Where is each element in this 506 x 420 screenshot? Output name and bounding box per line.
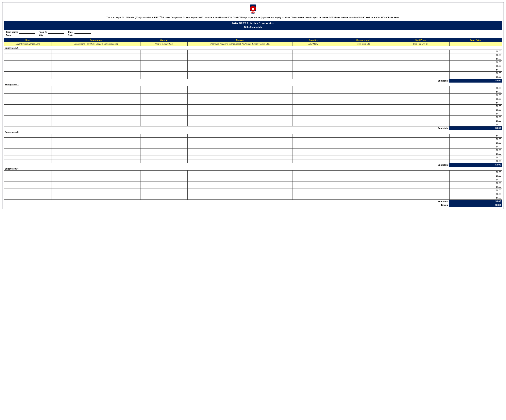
cell-s2-r9-c3[interactable] bbox=[187, 119, 292, 123]
cell-s2-r3-c6[interactable] bbox=[392, 97, 450, 101]
cell-s4-r6-c6[interactable] bbox=[392, 192, 450, 196]
cell-s2-r8-c3[interactable] bbox=[187, 115, 292, 119]
cell-s2-r4-c2[interactable] bbox=[140, 101, 187, 104]
cell-s1-r3-c1[interactable] bbox=[51, 60, 140, 64]
cell-s3-r7-c2[interactable] bbox=[140, 159, 187, 163]
cell-s3-r4-c2[interactable] bbox=[140, 148, 187, 152]
cell-s3-r0-c3[interactable] bbox=[187, 134, 292, 137]
cell-s4-r3-c0[interactable] bbox=[4, 181, 51, 185]
cell-s2-r3-c3[interactable] bbox=[187, 97, 292, 101]
cell-s4-r2-c4[interactable] bbox=[292, 178, 334, 181]
cell-s2-r6-c5[interactable] bbox=[334, 108, 392, 112]
cell-s3-r4-c3[interactable] bbox=[187, 148, 292, 152]
cell-s2-r7-c1[interactable] bbox=[51, 112, 140, 115]
cell-s2-r4-c5[interactable] bbox=[334, 101, 392, 104]
cell-s1-r7-c2[interactable] bbox=[140, 75, 187, 79]
cell-s2-r8-c4[interactable] bbox=[292, 115, 334, 119]
cell-s3-r1-c0[interactable] bbox=[4, 137, 51, 141]
cell-s1-r5-c0[interactable] bbox=[4, 68, 51, 72]
cell-s4-r5-c2[interactable] bbox=[140, 189, 187, 192]
cell-s1-r1-c0[interactable] bbox=[4, 53, 51, 57]
cell-s3-r0-c1[interactable] bbox=[51, 134, 140, 137]
cell-s1-r5-c4[interactable] bbox=[292, 68, 334, 72]
cell-s1-r4-c4[interactable] bbox=[292, 64, 334, 68]
cell-s4-r4-c4[interactable] bbox=[292, 185, 334, 189]
cell-s1-r7-c5[interactable] bbox=[334, 75, 392, 79]
cell-s3-r7-c6[interactable] bbox=[392, 159, 450, 163]
cell-s4-r0-c4[interactable] bbox=[292, 170, 334, 174]
cell-s3-r7-c0[interactable] bbox=[4, 159, 51, 163]
cell-s3-r1-c1[interactable] bbox=[51, 137, 140, 141]
cell-s3-r7-c1[interactable] bbox=[51, 159, 140, 163]
cell-s2-r10-c5[interactable] bbox=[334, 123, 392, 126]
cell-s4-r0-c2[interactable] bbox=[140, 170, 187, 174]
cell-s3-r1-c4[interactable] bbox=[292, 137, 334, 141]
cell-s2-r10-c4[interactable] bbox=[292, 123, 334, 126]
cell-s4-r4-c0[interactable] bbox=[4, 185, 51, 189]
cell-s4-r3-c4[interactable] bbox=[292, 181, 334, 185]
cell-s2-r0-c5[interactable] bbox=[334, 86, 392, 90]
cell-s1-r1-c6[interactable] bbox=[392, 53, 450, 57]
cell-s3-r3-c4[interactable] bbox=[292, 145, 334, 148]
cell-s3-r2-c6[interactable] bbox=[392, 141, 450, 145]
cell-s2-r2-c4[interactable] bbox=[292, 93, 334, 97]
cell-s2-r9-c5[interactable] bbox=[334, 119, 392, 123]
cell-s2-r6-c6[interactable] bbox=[392, 108, 450, 112]
cell-s4-r6-c1[interactable] bbox=[51, 192, 140, 196]
cell-s3-r0-c2[interactable] bbox=[140, 134, 187, 137]
cell-s3-r1-c3[interactable] bbox=[187, 137, 292, 141]
cell-s3-r4-c1[interactable] bbox=[51, 148, 140, 152]
cell-s4-r2-c6[interactable] bbox=[392, 178, 450, 181]
cell-s1-r6-c2[interactable] bbox=[140, 72, 187, 75]
cell-s4-r6-c2[interactable] bbox=[140, 192, 187, 196]
cell-s1-r4-c6[interactable] bbox=[392, 64, 450, 68]
cell-s1-r5-c2[interactable] bbox=[140, 68, 187, 72]
cell-s2-r10-c0[interactable] bbox=[4, 123, 51, 126]
cell-s4-r7-c6[interactable] bbox=[392, 196, 450, 199]
cell-s3-r6-c6[interactable] bbox=[392, 156, 450, 159]
cell-s4-r1-c1[interactable] bbox=[51, 174, 140, 178]
cell-s2-r0-c1[interactable] bbox=[51, 86, 140, 90]
cell-s1-r6-c6[interactable] bbox=[392, 72, 450, 75]
cell-s3-r3-c1[interactable] bbox=[51, 145, 140, 148]
event-input[interactable] bbox=[13, 34, 35, 37]
cell-s1-r5-c6[interactable] bbox=[392, 68, 450, 72]
cell-s1-r6-c5[interactable] bbox=[334, 72, 392, 75]
cell-s2-r4-c0[interactable] bbox=[4, 101, 51, 104]
cell-s4-r0-c6[interactable] bbox=[392, 170, 450, 174]
cell-s2-r8-c6[interactable] bbox=[392, 115, 450, 119]
cell-s2-r0-c2[interactable] bbox=[140, 86, 187, 90]
cell-s3-r1-c5[interactable] bbox=[334, 137, 392, 141]
cell-s2-r10-c3[interactable] bbox=[187, 123, 292, 126]
cell-s4-r5-c5[interactable] bbox=[334, 189, 392, 192]
cell-s3-r5-c6[interactable] bbox=[392, 152, 450, 156]
cell-s2-r10-c1[interactable] bbox=[51, 123, 140, 126]
cell-s3-r4-c0[interactable] bbox=[4, 148, 51, 152]
cell-s1-r3-c5[interactable] bbox=[334, 60, 392, 64]
cell-s3-r2-c0[interactable] bbox=[4, 141, 51, 145]
cell-s1-r0-c5[interactable] bbox=[334, 50, 392, 53]
cell-s4-r0-c0[interactable] bbox=[4, 170, 51, 174]
cell-s4-r4-c6[interactable] bbox=[392, 185, 450, 189]
cell-s2-r2-c5[interactable] bbox=[334, 93, 392, 97]
cell-s4-r5-c0[interactable] bbox=[4, 189, 51, 192]
cell-s3-r2-c2[interactable] bbox=[140, 141, 187, 145]
cell-s2-r10-c6[interactable] bbox=[392, 123, 450, 126]
cell-s4-r3-c2[interactable] bbox=[140, 181, 187, 185]
cell-s2-r5-c5[interactable] bbox=[334, 104, 392, 108]
cell-s3-r0-c4[interactable] bbox=[292, 134, 334, 137]
cell-s1-r7-c1[interactable] bbox=[51, 75, 140, 79]
cell-s4-r1-c5[interactable] bbox=[334, 174, 392, 178]
cell-s3-r2-c5[interactable] bbox=[334, 141, 392, 145]
cell-s4-r5-c1[interactable] bbox=[51, 189, 140, 192]
cell-s1-r7-c4[interactable] bbox=[292, 75, 334, 79]
cell-s2-r7-c2[interactable] bbox=[140, 112, 187, 115]
cell-s1-r4-c2[interactable] bbox=[140, 64, 187, 68]
cell-s3-r0-c5[interactable] bbox=[334, 134, 392, 137]
cell-s2-r2-c3[interactable] bbox=[187, 93, 292, 97]
cell-s2-r6-c0[interactable] bbox=[4, 108, 51, 112]
cell-s1-r5-c3[interactable] bbox=[187, 68, 292, 72]
cell-s3-r3-c5[interactable] bbox=[334, 145, 392, 148]
cell-s3-r7-c3[interactable] bbox=[187, 159, 292, 163]
cell-s4-r0-c5[interactable] bbox=[334, 170, 392, 174]
